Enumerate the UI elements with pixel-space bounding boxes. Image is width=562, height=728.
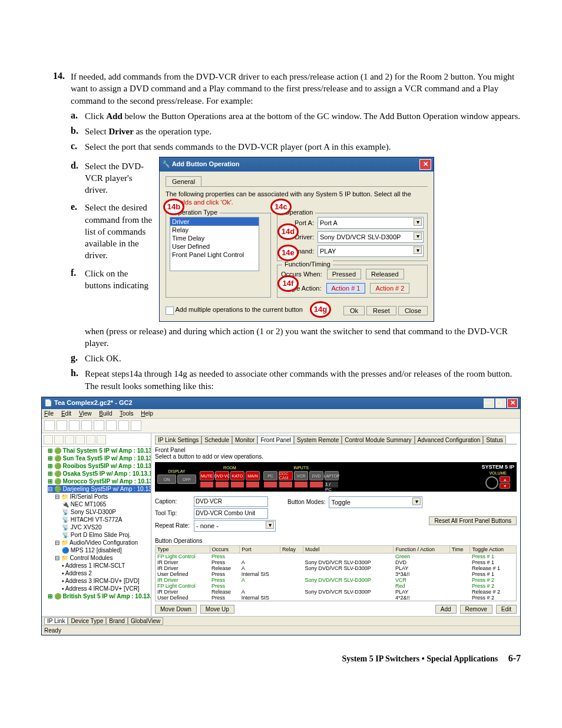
tree-item[interactable]: 🔵 MPS 112 [disabled] <box>48 546 151 554</box>
move-down-button[interactable]: Move Down <box>155 605 197 614</box>
tree-item[interactable]: ⊞ 🟢 British Syst 5 IP w/ Amp : 10.13.19 <box>48 592 151 600</box>
tree-item[interactable]: 📡 HITACHI VT-S772A <box>48 516 151 523</box>
close-icon[interactable]: ✕ <box>419 159 431 170</box>
tab-iplink[interactable]: IP Link Settings <box>155 436 201 444</box>
col-toggle[interactable]: Toggle Action <box>470 545 517 553</box>
fp-doc[interactable]: DOC CAM <box>279 471 293 480</box>
tree-item[interactable]: ⊞ 🟢 Sun Tea Syst5 IP w/ Amp : 10.13. <box>48 454 151 462</box>
buttonmodes-dropdown[interactable]: Toggle <box>329 496 422 508</box>
col-port[interactable]: Port <box>240 545 280 553</box>
main-tabs[interactable]: IP Link SettingsScheduleMonitorFront Pan… <box>155 436 517 444</box>
tree-item[interactable]: 📡 JVC XVS20 <box>48 523 151 531</box>
released-button[interactable]: Released <box>366 269 404 279</box>
toolbar-icon[interactable] <box>57 420 67 431</box>
optype-relay[interactable]: Relay <box>170 226 259 234</box>
tree-tool-icon[interactable] <box>65 435 74 444</box>
optype-userdef[interactable]: User Defined <box>170 242 259 251</box>
speaker-icon[interactable] <box>485 476 498 489</box>
tab-general[interactable]: General <box>166 176 201 186</box>
toolbar-icon[interactable] <box>69 420 80 431</box>
tree-item[interactable]: ⊟ 📁 Control Modules <box>48 554 151 562</box>
menu-build[interactable]: Build <box>99 410 112 417</box>
col-model[interactable]: Model <box>303 545 394 553</box>
vol-up[interactable]: ▲ <box>500 476 510 482</box>
tree-item[interactable]: ▪ Address 1 IRCM-SCLT <box>48 562 151 569</box>
tree-tool-icon[interactable] <box>44 435 53 444</box>
operation-type-list[interactable]: Driver Relay Time Delay User Defined Fro… <box>170 217 259 271</box>
caption-input[interactable] <box>194 496 268 507</box>
tree-item[interactable]: 📡 Sony SLV-D300P <box>48 508 151 516</box>
window-close-icon[interactable]: ✕ <box>507 398 518 408</box>
toolbar-icon[interactable] <box>106 420 117 431</box>
close-button[interactable]: Close <box>398 306 428 315</box>
tree-item[interactable]: ▪ Address 2 <box>48 569 151 577</box>
fp-on[interactable]: ON <box>157 475 176 484</box>
optype-timedelay[interactable]: Time Delay <box>170 234 259 242</box>
minimize-icon[interactable]: — <box>484 398 494 408</box>
tab-cms[interactable]: Control Module Summary <box>342 436 414 444</box>
fp-vcr[interactable]: VCR <box>294 471 308 480</box>
action2-button[interactable]: Action # 2 <box>370 283 409 294</box>
move-up-button[interactable]: Move Up <box>200 605 234 614</box>
tree-item[interactable]: ⊞ 🟢 Morocco Syst5IP w/ Amp : 10.13.1 <box>48 477 151 485</box>
col-func[interactable]: Function / Action <box>394 545 449 553</box>
tree-item[interactable]: ⊟ 📁 Audio/Video Configuration <box>48 539 151 546</box>
repeat-dropdown[interactable]: - none - <box>194 520 276 532</box>
toolbar-icon[interactable] <box>81 420 92 431</box>
fp-dvdvc[interactable]: DVD·VC <box>215 471 229 480</box>
device-tree[interactable]: ⊞ 🟢 Thai System 5 IP w/ Amp : 10.13.1 ⊞ … <box>42 433 151 616</box>
tab-advconfig[interactable]: Advanced Configuration <box>415 436 484 444</box>
tree-item[interactable]: ⊞ 🟢 Osaka Syst5 IP w/ Amp : 10.13.19 <box>48 470 151 477</box>
tree-tool-icon[interactable] <box>86 435 95 444</box>
pressed-button[interactable]: Pressed <box>327 269 361 279</box>
ok-button[interactable]: Ok <box>343 306 365 315</box>
tab-schedule[interactable]: Schedule <box>201 436 232 444</box>
table-row[interactable]: User DefinedPressInternal SIS4*2&!!Press… <box>156 595 517 601</box>
tree-item[interactable]: ▪ Address 4 IRCM-DV+ [VCR] <box>48 585 151 592</box>
table-row[interactable]: IR DriverReleaseASony DVD/VCR SLV-D300PP… <box>156 565 517 571</box>
front-panel-graphic[interactable]: DISPLAY ONOFF ROOM MUTE DVD·VC KATO MAIN <box>155 462 517 492</box>
tab-frontpanel[interactable]: Front Panel <box>257 436 294 444</box>
tree-item[interactable]: ⊞ 🟢 Thai System 5 IP w/ Amp : 10.13.1 <box>48 447 151 454</box>
add-button[interactable]: Add <box>435 605 457 614</box>
fp-main[interactable]: MAIN <box>246 471 260 480</box>
toolbar-icon[interactable] <box>118 420 129 431</box>
reset-button[interactable]: Reset <box>366 306 396 315</box>
menu-bar[interactable]: File Edit View Build Tools Help <box>42 409 520 419</box>
menu-view[interactable]: View <box>79 410 92 417</box>
multi-checkbox[interactable] <box>166 307 174 315</box>
tab-status[interactable]: Status <box>483 436 505 444</box>
table-row[interactable]: FP Light ControlPressGreenPress # 1 <box>156 553 517 559</box>
button-ops-table[interactable]: Type Occurs Port Relay Model Function / … <box>155 545 517 601</box>
tree-item[interactable]: ⊟ 📁 IR/Serial Ports <box>48 493 151 500</box>
tab-iplink2[interactable]: IP Link <box>44 617 68 625</box>
action1-button[interactable]: Action # 1 <box>326 283 366 294</box>
tab-brand[interactable]: Brand <box>106 617 128 625</box>
remove-button[interactable]: Remove <box>460 605 492 614</box>
optype-driver[interactable]: Driver <box>170 218 259 226</box>
ir-driver-dropdown[interactable]: Sony DVD/VCR SLV-D300P <box>318 231 424 243</box>
menu-tools[interactable]: Tools <box>120 410 133 417</box>
toolbar-icon[interactable] <box>131 420 141 431</box>
table-row[interactable]: User DefinedPressInternal SIS3*3&!!Press… <box>156 571 517 577</box>
table-row[interactable]: IR DriverReleaseASony DVD/VCR SLV-D300PP… <box>156 589 517 595</box>
fp-dvd[interactable]: DVD <box>309 471 323 480</box>
port-dropdown[interactable]: Port A <box>318 217 424 229</box>
multi-checkbox-label[interactable]: Add multiple operations to the current b… <box>166 306 303 314</box>
fp-kato[interactable]: KATO <box>230 471 244 480</box>
tree-tool-icon[interactable] <box>97 435 106 444</box>
menu-file[interactable]: File <box>44 410 54 417</box>
tree-item[interactable]: 🔌 NEC MT1065 <box>48 500 151 508</box>
menu-help[interactable]: Help <box>141 410 153 417</box>
maximize-icon[interactable]: ▢ <box>495 398 506 408</box>
tab-monitor[interactable]: Monitor <box>232 436 257 444</box>
col-time[interactable]: Time <box>449 545 470 553</box>
table-row[interactable]: FP Light ControlPressRedPress # 2 <box>156 583 517 589</box>
vol-dn[interactable]: ▼ <box>500 483 510 489</box>
menu-edit[interactable]: Edit <box>61 410 71 417</box>
optype-fplc[interactable]: Front Panel Light Control <box>170 251 259 259</box>
table-row[interactable]: IR DriverPressASony DVD/VCR SLV-D300PDVD… <box>156 559 517 565</box>
reset-fp-button[interactable]: Reset All Front Panel Buttons <box>429 516 517 525</box>
col-relay[interactable]: Relay <box>280 545 303 553</box>
tooltip-input[interactable] <box>194 508 268 519</box>
